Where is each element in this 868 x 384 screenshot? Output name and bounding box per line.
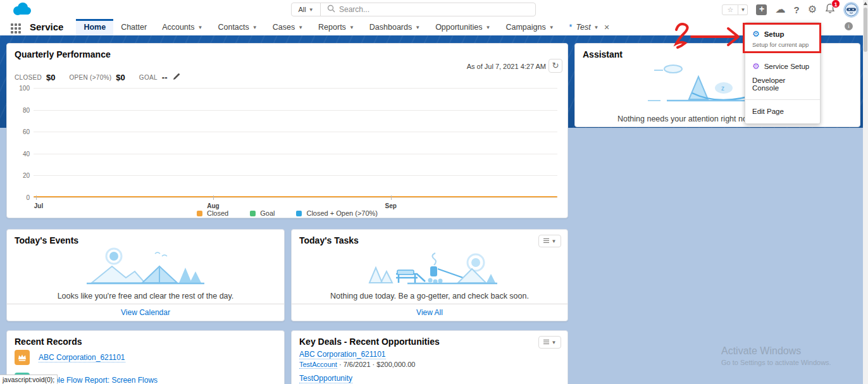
legend-swatch (296, 211, 302, 216)
x-tick (36, 195, 37, 200)
opportunity-link[interactable]: ABC Corporation_621101 (299, 350, 386, 359)
record-list-item[interactable]: ABC Corporation_621101 (15, 350, 125, 365)
setup-menu-description: Setup for current app (745, 41, 820, 53)
chevron-down-icon[interactable]: ▼ (252, 25, 257, 30)
metric-goal: GOAL -- (139, 73, 181, 82)
account-link[interactable]: TestAccount (299, 361, 337, 369)
chevron-down-icon: ▼ (552, 238, 557, 244)
menu-item-service-setup[interactable]: ⚙ Service Setup (745, 59, 820, 73)
x-tick (213, 195, 214, 200)
chevron-down-icon[interactable]: ▼ (549, 25, 554, 30)
chevron-down-icon[interactable]: ▼ (485, 25, 490, 30)
gear-icon: ⚙ (752, 30, 760, 38)
chart-plot-area: 100 80 60 40 20 0 Jul Aug Sep (34, 88, 557, 197)
header-icons: ☆ ▼ + ☁ ? ⚙ 1 (722, 0, 859, 19)
chevron-down-icon: ▼ (309, 7, 314, 13)
chart-legend: Closed Goal Closed + Open (>70%) (7, 209, 567, 217)
as-of-timestamp: As of Jul 7, 2021 4:27 AM (467, 63, 546, 70)
events-empty-illustration (79, 246, 212, 291)
refresh-button[interactable]: ↻ (549, 59, 562, 73)
tasks-card-footer: View All (292, 304, 567, 321)
edit-goal-pencil-icon[interactable] (173, 73, 180, 82)
favorites-dropdown-button[interactable]: ▼ (738, 4, 748, 15)
app-name: Service (30, 22, 63, 35)
tab-reports[interactable]: Reports▼ (311, 19, 362, 35)
deal-list-item: TestOpportunity · 7/2/2021 (299, 374, 352, 384)
vertical-scrollbar[interactable] (863, 0, 868, 384)
setup-gear-icon[interactable]: ⚙ (808, 4, 817, 15)
chevron-down-icon[interactable]: ▼ (415, 25, 420, 30)
scrollbar-thumb[interactable] (864, 8, 867, 52)
gridline: 0 (34, 197, 557, 198)
guidance-cloud-icon[interactable]: ☁ (775, 4, 785, 15)
x-axis-label: Jul (34, 202, 43, 209)
view-all-link[interactable]: View All (416, 308, 443, 317)
chevron-down-icon[interactable]: ▼ (594, 25, 599, 30)
legend-swatch (197, 211, 202, 216)
card-title: Assistant (583, 49, 623, 59)
search-scope-selector[interactable]: All ▼ (292, 3, 321, 16)
todays-events-card: Today's Events Looks like you're free an… (6, 229, 285, 321)
gridline: 40 (34, 154, 557, 154)
menu-item-edit-page[interactable]: Edit Page (745, 104, 820, 118)
gear-icon: ⚙ (752, 62, 760, 70)
chevron-down-icon[interactable]: ▼ (349, 25, 354, 30)
home-page: Quarterly Performance As of Jul 7, 2021 … (0, 35, 868, 384)
quick-create-button[interactable]: + (756, 4, 767, 15)
tab-contacts[interactable]: Contacts▼ (210, 19, 264, 35)
tasks-empty-illustration (357, 246, 502, 291)
nav-tabs: Home Chatter Accounts▼ Contacts▼ Cases▼ … (76, 19, 617, 35)
todays-tasks-card: Today's Tasks ▼ Nothing due today. Be a … (291, 229, 568, 321)
notification-badge: 1 (831, 0, 840, 8)
search-icon (327, 4, 335, 15)
metric-closed: CLOSED $0 (15, 73, 55, 82)
windows-activation-watermark: Activate Windows Go to Settings to activ… (721, 345, 831, 366)
menu-item-setup[interactable]: ⚙ Setup (745, 27, 820, 41)
tab-dashboards[interactable]: Dashboards▼ (362, 19, 428, 35)
menu-item-developer-console[interactable]: Developer Console (745, 73, 820, 95)
tasks-filter-button[interactable]: ▼ (538, 235, 561, 247)
tab-test-temporary[interactable]: * Test ▼ ✕ (562, 19, 617, 35)
menu-divider (745, 99, 820, 100)
help-icon[interactable]: ? (793, 4, 799, 15)
view-calendar-link[interactable]: View Calendar (121, 308, 170, 317)
opportunity-link[interactable]: TestOpportunity (299, 374, 352, 383)
notifications-control[interactable]: 1 (825, 3, 835, 16)
card-title: Today's Tasks (299, 235, 359, 245)
scroll-up-arrow-icon[interactable] (864, 2, 867, 5)
search-input[interactable] (339, 5, 535, 14)
gridline: 60 (34, 132, 557, 132)
tab-campaigns[interactable]: Campaigns▼ (498, 19, 561, 35)
favorite-star-button[interactable]: ☆ (722, 4, 738, 15)
sort-icon (543, 238, 549, 244)
tab-cases[interactable]: Cases▼ (265, 19, 311, 35)
user-avatar[interactable] (843, 2, 859, 18)
legend-item-closed-open: Closed + Open (>70%) (296, 209, 378, 217)
tab-chatter[interactable]: Chatter (113, 19, 154, 35)
status-bar-link-preview: javascript:void(0); (0, 375, 58, 384)
chevron-down-icon: ▼ (552, 340, 557, 345)
account-crown-icon (15, 350, 30, 365)
salesforce-logo-icon (10, 1, 33, 20)
close-tab-icon[interactable]: ✕ (604, 23, 610, 32)
performance-chart: 100 80 60 40 20 0 Jul Aug Sep (15, 88, 561, 214)
gridline: 80 (34, 110, 557, 111)
record-link[interactable]: ABC Corporation_621101 (39, 353, 125, 362)
card-title: Recent Records (15, 337, 82, 347)
card-title: Today's Events (15, 235, 78, 245)
deals-filter-button[interactable]: ▼ (538, 336, 561, 349)
global-header: All ▼ ☆ ▼ + ☁ ? ⚙ 1 (0, 0, 868, 19)
tab-home[interactable]: Home (76, 19, 113, 35)
search-scope-label: All (298, 6, 306, 13)
legend-swatch (250, 211, 256, 216)
info-icon[interactable]: i (845, 22, 853, 30)
chevron-down-icon[interactable]: ▼ (298, 25, 303, 30)
tab-accounts[interactable]: Accounts▼ (154, 19, 210, 35)
chevron-down-icon[interactable]: ▼ (198, 25, 203, 30)
app-launcher-icon[interactable] (11, 23, 21, 34)
tab-opportunities[interactable]: Opportunities▼ (428, 19, 498, 35)
x-tick (391, 195, 392, 200)
events-empty-message: Looks like you're free and clear the res… (7, 292, 284, 300)
unsaved-indicator: * (569, 23, 573, 32)
svg-text:z: z (721, 85, 724, 92)
